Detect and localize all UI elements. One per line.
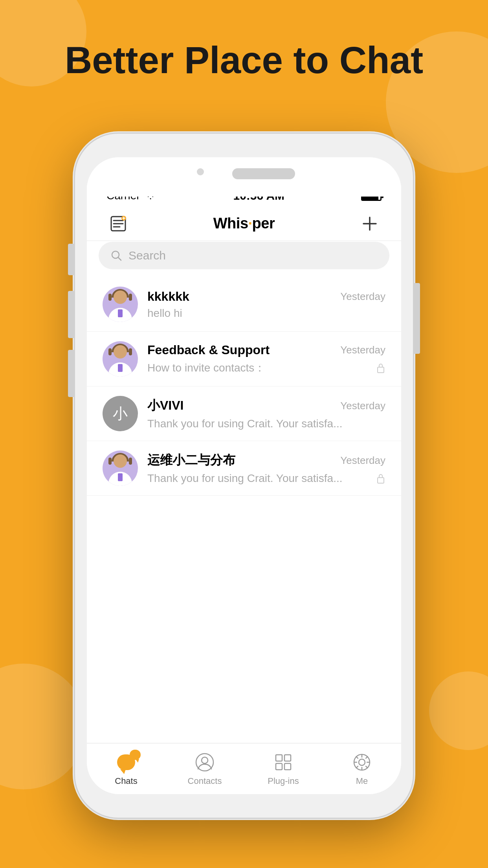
volume-down-button [68,350,75,397]
chat-preview: Thank you for using Crait. Your satisfa.… [147,417,385,430]
svg-rect-17 [276,763,282,770]
bg-decoration-br [429,671,488,750]
chat-preview: hello hi [147,307,385,320]
tab-contacts[interactable]: Contacts [165,752,244,786]
chat-preview: Thank you for using Crait. Your satisfa.… [147,472,372,485]
chat-time: Yesterday [340,400,385,412]
svg-line-10 [118,257,121,260]
lock-icon [376,362,385,373]
chat-time: Yesterday [340,344,385,356]
tab-me[interactable]: Me [323,752,401,786]
svg-rect-12 [378,478,384,483]
tab-chats[interactable]: Chats [87,752,165,786]
chats-icon [116,752,137,773]
chat-item[interactable]: 小 小VIVI Yesterday Thank you for using Cr… [87,386,401,441]
avatar: 小 [103,396,138,431]
chat-name: 小VIVI [147,397,183,414]
chat-time: Yesterday [340,291,385,303]
chat-content: 小VIVI Yesterday Thank you for using Crai… [147,397,385,430]
plugins-icon [273,752,294,773]
notch-area [87,157,401,197]
volume-up-button [68,291,75,338]
tab-plugins-label: Plug-ins [268,776,299,786]
speaker-grille [232,168,295,179]
svg-point-20 [359,759,365,765]
add-chat-button[interactable] [358,212,382,235]
power-button [413,283,420,354]
search-icon [110,250,122,261]
chat-name: 运维小二与分布 [147,452,235,469]
avatar [103,287,138,322]
chat-content: 运维小二与分布 Yesterday Thank you for using Cr… [147,452,385,485]
tab-contacts-label: Contacts [188,776,222,786]
svg-rect-11 [378,367,384,373]
chat-content: Feedback & Support Yesterday How to invi… [147,343,385,375]
chat-item[interactable]: Feedback & Support Yesterday How to invi… [87,332,401,386]
navigation-bar: Whis·per [87,206,401,241]
search-bar[interactable]: Search [99,242,389,269]
phone-screen: Carrier 10:56 AM [87,157,401,794]
chat-name: kkkkkk [147,289,189,304]
compose-button[interactable] [106,212,130,235]
contacts-icon [194,752,215,773]
lock-icon [376,473,385,484]
tab-me-label: Me [356,776,368,786]
tab-bar: Chats Contacts [87,743,401,794]
chat-preview: How to invite contacts： [147,360,372,375]
mute-button [68,244,75,275]
svg-rect-15 [276,755,282,761]
tab-plugins[interactable]: Plug-ins [244,752,323,786]
app-title: Whis·per [213,215,275,232]
chat-item[interactable]: kkkkkk Yesterday hello hi [87,277,401,332]
svg-rect-16 [284,755,291,761]
tab-chats-label: Chats [115,776,137,786]
me-icon [351,752,372,773]
chat-item[interactable]: 运维小二与分布 Yesterday Thank you for using Cr… [87,441,401,496]
svg-point-14 [202,757,208,763]
svg-rect-18 [284,763,291,770]
avatar [103,451,138,486]
phone-device: Carrier 10:56 AM [75,134,413,818]
chat-list: kkkkkk Yesterday hello hi [87,277,401,743]
chat-name: Feedback & Support [147,343,270,357]
camera-dot [197,168,204,175]
avatar [103,341,138,377]
search-placeholder: Search [128,249,166,262]
chat-time: Yesterday [340,454,385,467]
headline: Better Place to Chat [0,39,488,81]
bg-decoration-bl [0,664,86,789]
chat-content: kkkkkk Yesterday hello hi [147,289,385,320]
